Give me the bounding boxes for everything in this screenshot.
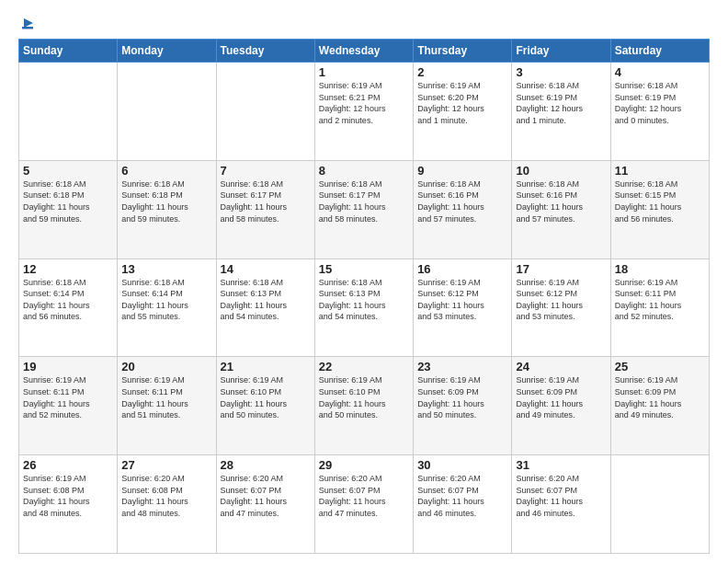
day-number: 21	[221, 360, 311, 373]
day-number: 23	[417, 360, 507, 373]
calendar-week-row: 19Sunrise: 6:19 AM Sunset: 6:11 PM Dayli…	[19, 357, 710, 455]
day-number: 6	[121, 164, 211, 178]
calendar-cell: 11Sunrise: 6:18 AM Sunset: 6:15 PM Dayli…	[610, 160, 709, 259]
weekday-header: Friday	[512, 40, 610, 63]
day-info: Sunrise: 6:18 AM Sunset: 6:16 PM Dayligh…	[417, 178, 507, 224]
calendar-cell: 27Sunrise: 6:20 AM Sunset: 6:08 PM Dayli…	[118, 455, 216, 554]
calendar-cell: 22Sunrise: 6:19 AM Sunset: 6:10 PM Dayli…	[314, 357, 413, 455]
day-number: 22	[319, 360, 409, 373]
day-number: 13	[121, 262, 211, 276]
day-number: 25	[615, 360, 705, 373]
calendar-cell: 9Sunrise: 6:18 AM Sunset: 6:16 PM Daylig…	[414, 160, 512, 259]
calendar-cell: 13Sunrise: 6:18 AM Sunset: 6:14 PM Dayli…	[118, 259, 216, 357]
day-info: Sunrise: 6:20 AM Sunset: 6:07 PM Dayligh…	[221, 473, 311, 519]
calendar-cell: 23Sunrise: 6:19 AM Sunset: 6:09 PM Dayli…	[414, 357, 512, 455]
day-info: Sunrise: 6:20 AM Sunset: 6:07 PM Dayligh…	[319, 473, 409, 519]
day-info: Sunrise: 6:18 AM Sunset: 6:17 PM Dayligh…	[221, 178, 311, 224]
day-number: 16	[417, 262, 507, 276]
calendar-cell: 5Sunrise: 6:18 AM Sunset: 6:18 PM Daylig…	[19, 160, 118, 259]
day-info: Sunrise: 6:18 AM Sunset: 6:19 PM Dayligh…	[516, 80, 606, 126]
day-number: 2	[417, 65, 507, 79]
day-info: Sunrise: 6:19 AM Sunset: 6:11 PM Dayligh…	[23, 374, 113, 420]
day-number: 29	[319, 458, 409, 472]
day-number: 17	[516, 262, 606, 276]
day-number: 14	[221, 262, 311, 276]
calendar-cell: 12Sunrise: 6:18 AM Sunset: 6:14 PM Dayli…	[19, 259, 118, 357]
day-info: Sunrise: 6:19 AM Sunset: 6:21 PM Dayligh…	[319, 80, 409, 126]
calendar-cell	[610, 455, 709, 554]
calendar-cell: 31Sunrise: 6:20 AM Sunset: 6:07 PM Dayli…	[512, 455, 610, 554]
calendar-cell: 8Sunrise: 6:18 AM Sunset: 6:17 PM Daylig…	[314, 160, 413, 259]
weekday-header: Sunday	[19, 40, 118, 63]
calendar-cell: 29Sunrise: 6:20 AM Sunset: 6:07 PM Dayli…	[314, 455, 413, 554]
day-info: Sunrise: 6:18 AM Sunset: 6:18 PM Dayligh…	[23, 178, 113, 224]
day-number: 3	[516, 65, 606, 79]
day-number: 15	[319, 262, 409, 276]
calendar-cell: 15Sunrise: 6:18 AM Sunset: 6:13 PM Dayli…	[314, 259, 413, 357]
day-number: 28	[221, 458, 311, 472]
weekday-header: Tuesday	[216, 40, 314, 63]
day-info: Sunrise: 6:19 AM Sunset: 6:11 PM Dayligh…	[615, 277, 705, 323]
calendar-cell: 3Sunrise: 6:18 AM Sunset: 6:19 PM Daylig…	[512, 63, 610, 161]
calendar-cell: 19Sunrise: 6:19 AM Sunset: 6:11 PM Dayli…	[19, 357, 118, 455]
calendar-cell: 1Sunrise: 6:19 AM Sunset: 6:21 PM Daylig…	[314, 63, 413, 161]
day-info: Sunrise: 6:18 AM Sunset: 6:16 PM Dayligh…	[516, 178, 606, 224]
day-info: Sunrise: 6:20 AM Sunset: 6:07 PM Dayligh…	[417, 473, 507, 519]
calendar-cell: 28Sunrise: 6:20 AM Sunset: 6:07 PM Dayli…	[216, 455, 314, 554]
day-info: Sunrise: 6:19 AM Sunset: 6:09 PM Dayligh…	[516, 374, 606, 420]
calendar-cell: 4Sunrise: 6:18 AM Sunset: 6:19 PM Daylig…	[610, 63, 709, 161]
calendar-week-row: 1Sunrise: 6:19 AM Sunset: 6:21 PM Daylig…	[19, 63, 710, 161]
day-number: 18	[615, 262, 705, 276]
calendar-cell: 14Sunrise: 6:18 AM Sunset: 6:13 PM Dayli…	[216, 259, 314, 357]
day-info: Sunrise: 6:20 AM Sunset: 6:08 PM Dayligh…	[121, 473, 211, 519]
day-info: Sunrise: 6:19 AM Sunset: 6:12 PM Dayligh…	[516, 277, 606, 323]
day-info: Sunrise: 6:18 AM Sunset: 6:17 PM Dayligh…	[319, 178, 409, 224]
calendar-cell: 16Sunrise: 6:19 AM Sunset: 6:12 PM Dayli…	[414, 259, 512, 357]
svg-rect-1	[22, 27, 33, 29]
day-number: 7	[221, 164, 311, 178]
day-info: Sunrise: 6:18 AM Sunset: 6:15 PM Dayligh…	[615, 178, 705, 224]
calendar-cell: 30Sunrise: 6:20 AM Sunset: 6:07 PM Dayli…	[414, 455, 512, 554]
calendar-cell: 2Sunrise: 6:19 AM Sunset: 6:20 PM Daylig…	[414, 63, 512, 161]
calendar-week-row: 12Sunrise: 6:18 AM Sunset: 6:14 PM Dayli…	[19, 259, 710, 357]
calendar-cell: 20Sunrise: 6:19 AM Sunset: 6:11 PM Dayli…	[118, 357, 216, 455]
weekday-header: Wednesday	[314, 40, 413, 63]
day-info: Sunrise: 6:18 AM Sunset: 6:14 PM Dayligh…	[121, 277, 211, 323]
day-info: Sunrise: 6:19 AM Sunset: 6:08 PM Dayligh…	[23, 473, 113, 519]
day-number: 31	[516, 458, 606, 472]
calendar-cell: 17Sunrise: 6:19 AM Sunset: 6:12 PM Dayli…	[512, 259, 610, 357]
logo	[18, 15, 37, 29]
calendar-cell	[19, 63, 118, 161]
day-number: 11	[615, 164, 705, 178]
page: SundayMondayTuesdayWednesdayThursdayFrid…	[0, 0, 728, 563]
calendar-table: SundayMondayTuesdayWednesdayThursdayFrid…	[18, 39, 710, 554]
svg-marker-0	[24, 18, 33, 28]
calendar-cell: 21Sunrise: 6:19 AM Sunset: 6:10 PM Dayli…	[216, 357, 314, 455]
calendar-cell: 6Sunrise: 6:18 AM Sunset: 6:18 PM Daylig…	[118, 160, 216, 259]
day-number: 26	[23, 458, 113, 472]
calendar-cell: 7Sunrise: 6:18 AM Sunset: 6:17 PM Daylig…	[216, 160, 314, 259]
day-info: Sunrise: 6:19 AM Sunset: 6:09 PM Dayligh…	[417, 374, 507, 420]
day-number: 4	[615, 65, 705, 79]
day-number: 24	[516, 360, 606, 373]
calendar-cell: 26Sunrise: 6:19 AM Sunset: 6:08 PM Dayli…	[19, 455, 118, 554]
weekday-header: Monday	[118, 40, 216, 63]
day-info: Sunrise: 6:18 AM Sunset: 6:19 PM Dayligh…	[615, 80, 705, 126]
day-number: 10	[516, 164, 606, 178]
calendar-header-row: SundayMondayTuesdayWednesdayThursdayFrid…	[19, 40, 710, 63]
day-info: Sunrise: 6:19 AM Sunset: 6:12 PM Dayligh…	[417, 277, 507, 323]
day-number: 5	[23, 164, 113, 178]
logo-icon	[20, 15, 37, 31]
day-number: 9	[417, 164, 507, 178]
day-number: 12	[23, 262, 113, 276]
day-info: Sunrise: 6:19 AM Sunset: 6:11 PM Dayligh…	[121, 374, 211, 420]
day-info: Sunrise: 6:19 AM Sunset: 6:20 PM Dayligh…	[417, 80, 507, 126]
weekday-header: Saturday	[610, 40, 709, 63]
calendar-week-row: 26Sunrise: 6:19 AM Sunset: 6:08 PM Dayli…	[19, 455, 710, 554]
day-info: Sunrise: 6:18 AM Sunset: 6:18 PM Dayligh…	[121, 178, 211, 224]
weekday-header: Thursday	[414, 40, 512, 63]
calendar-cell: 10Sunrise: 6:18 AM Sunset: 6:16 PM Dayli…	[512, 160, 610, 259]
header	[18, 15, 710, 29]
day-number: 30	[417, 458, 507, 472]
day-info: Sunrise: 6:19 AM Sunset: 6:10 PM Dayligh…	[319, 374, 409, 420]
